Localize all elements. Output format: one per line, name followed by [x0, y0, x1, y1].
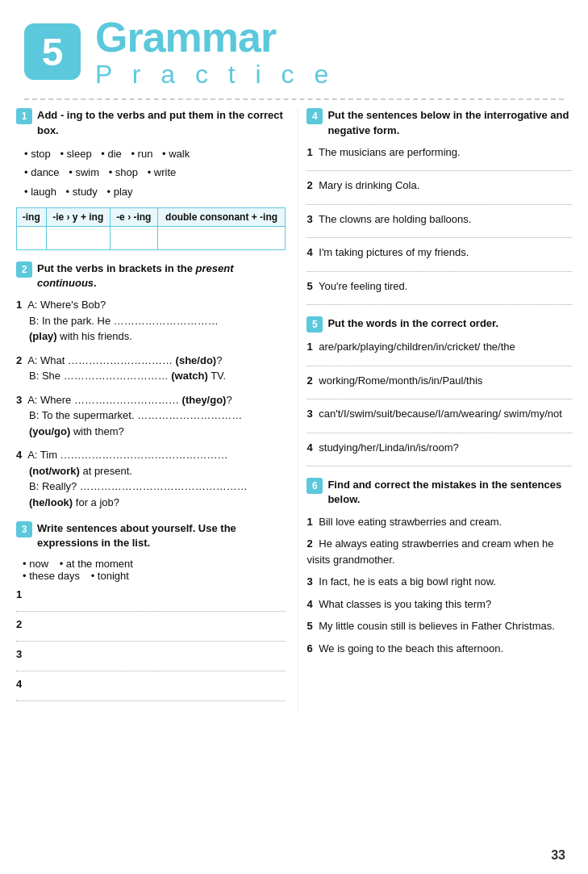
section-5-title: Put the words in the correct order. — [327, 316, 498, 331]
write-line-1: 1 — [16, 588, 286, 612]
s6-item-5: 5 My little cousin still is believes in … — [307, 618, 572, 634]
section-5-num: 5 — [307, 316, 323, 332]
bullet-die: die — [101, 148, 122, 160]
section-6-title: Find and correct the mistakes in the sen… — [327, 478, 572, 507]
bullet-row-2: dance swim shop write — [24, 163, 286, 182]
bullet-dance: dance — [24, 166, 60, 178]
write-line-3: 3 — [16, 648, 286, 671]
section-1-num: 1 — [16, 108, 32, 124]
section-4-header: 4 Put the sentences below in the interro… — [307, 108, 572, 137]
table-header-4: double consonant + -ing — [157, 207, 286, 226]
table-cell-1-1 — [17, 226, 47, 249]
main-content: 1 Add - ing to the verbs and put them in… — [0, 108, 588, 712]
bullet-stop: stop — [24, 148, 51, 160]
section-2: 2 Put the verbs in brackets in the prese… — [16, 261, 286, 510]
section-1-bullets: stop sleep die run walk dance swim shop … — [24, 144, 286, 201]
bullet-swim: swim — [69, 166, 99, 178]
section-1-header: 1 Add - ing to the verbs and put them in… — [16, 108, 286, 137]
s4-item-4: 4 I'm taking pictures of my friends. — [307, 245, 572, 272]
table-header-2: -ie › y + ing — [46, 207, 110, 226]
section-1-title: Add - ing to the verbs and put them in t… — [37, 108, 286, 137]
section-1: 1 Add - ing to the verbs and put them in… — [16, 108, 286, 250]
unit-number: 5 — [24, 23, 81, 80]
section-6: 6 Find and correct the mistakes in the s… — [307, 478, 572, 656]
bullet-row-1: stop sleep die run walk — [24, 144, 286, 163]
grammar-title: Grammar — [95, 15, 335, 61]
expressions-list: now at the moment these days tonight — [23, 558, 286, 582]
s5-item-4: 4 studying/her/Linda/in/is/room? — [307, 440, 572, 467]
table-row-1 — [17, 226, 286, 249]
expr-at-moment: at the moment — [60, 558, 133, 570]
section-2-header: 2 Put the verbs in brackets in the prese… — [16, 261, 286, 291]
s2-item-2: 2 A: What ………………………… (she/do)? B: She ……… — [16, 353, 286, 384]
expr-row-1: now at the moment — [23, 558, 286, 570]
s6-item-1: 1 Bill love eating strawberries and crea… — [307, 514, 572, 530]
section-4-num: 4 — [307, 108, 323, 124]
s4-item-3: 3 The clowns are holding balloons. — [307, 211, 572, 239]
expr-row-2: these days tonight — [23, 570, 286, 582]
s5-item-3: 3 can't/I/swim/suit/because/I/am/wearing… — [307, 406, 572, 433]
bullet-shop: shop — [109, 166, 138, 178]
s6-item-2: 2 He always eating strawberries and crea… — [307, 536, 572, 567]
s2-item-1: 1 A: Where's Bob? B: In the park. He ………… — [16, 297, 286, 345]
header-divider — [24, 98, 564, 100]
page-number: 33 — [551, 848, 565, 863]
right-column: 4 Put the sentences below in the interro… — [298, 108, 572, 712]
s2-item-3: 3 A: Where ………………………… (they/go)? B: To t… — [16, 392, 286, 440]
table-cell-1-3 — [110, 226, 157, 249]
bullet-run: run — [131, 148, 152, 160]
section-3: 3 Write sentences about yourself. Use th… — [16, 521, 286, 700]
section-5-header: 5 Put the words in the correct order. — [307, 316, 572, 332]
s5-item-1: 1 are/park/playing/children/in/cricket/ … — [307, 339, 572, 366]
practice-title: P r a c t i c e — [95, 61, 335, 89]
expr-now: now — [23, 558, 48, 570]
s2-item-4: 4 A: Tim ………………………………………… (not/work) at … — [16, 447, 286, 510]
s4-item-5: 5 You're feeling tired. — [307, 278, 572, 306]
table-cell-1-2 — [46, 226, 110, 249]
section-3-title: Write sentences about yourself. Use the … — [37, 521, 286, 550]
bullet-write: write — [148, 166, 177, 178]
expr-tonight: tonight — [91, 570, 129, 582]
section-2-num: 2 — [16, 261, 32, 278]
s6-item-6: 6 We is going to the beach this afternoo… — [307, 641, 572, 657]
bullet-study: study — [66, 186, 98, 198]
section-6-header: 6 Find and correct the mistakes in the s… — [307, 478, 572, 507]
section-2-title: Put the verbs in brackets in the present… — [37, 261, 286, 291]
bullet-sleep: sleep — [60, 148, 91, 160]
bullet-walk: walk — [162, 148, 190, 160]
s5-item-2: 2 working/Rome/month/is/in/Paul/this — [307, 373, 572, 400]
s6-item-3: 3 In fact, he is eats a big bowl right n… — [307, 574, 572, 590]
left-column: 1 Add - ing to the verbs and put them in… — [16, 108, 298, 712]
bullet-play: play — [106, 186, 132, 198]
section-4: 4 Put the sentences below in the interro… — [307, 108, 572, 305]
vocab-table: -ing -ie › y + ing -e › -ing double cons… — [16, 207, 286, 250]
s4-item-1: 1 The musicians are performing. — [307, 144, 572, 172]
expr-these-days: these days — [23, 570, 80, 582]
bullet-laugh: laugh — [24, 186, 56, 198]
section-3-num: 3 — [16, 521, 32, 537]
page-header: 5 Grammar P r a c t i c e — [0, 0, 588, 97]
bullet-row-3: laugh study play — [24, 182, 286, 201]
write-line-4: 4 — [16, 678, 286, 701]
header-titles: Grammar P r a c t i c e — [95, 15, 335, 89]
table-cell-1-4 — [157, 226, 286, 249]
table-header-1: -ing — [17, 207, 47, 226]
s6-item-4: 4 What classes is you taking this term? — [307, 596, 572, 613]
section-3-header: 3 Write sentences about yourself. Use th… — [16, 521, 286, 550]
section-6-num: 6 — [307, 478, 323, 494]
s4-item-2: 2 Mary is drinking Cola. — [307, 178, 572, 205]
section-4-title: Put the sentences below in the interroga… — [327, 108, 572, 137]
write-lines: 1 2 3 4 — [16, 588, 286, 701]
table-header-3: -e › -ing — [110, 207, 157, 226]
write-line-2: 2 — [16, 618, 286, 642]
section-5: 5 Put the words in the correct order. 1 … — [307, 316, 572, 466]
